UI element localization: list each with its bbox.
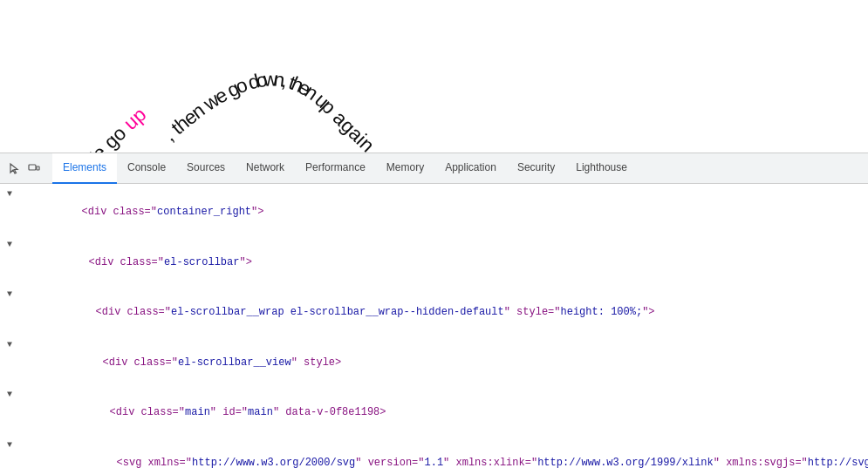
code-line: ▼ <div class="el-scrollbar"> (0, 238, 868, 288)
code-panel: ▼ <div class="container_right"> ▼ <div c… (0, 184, 868, 468)
devtools-panel: Elements Console Sources Network Perform… (0, 153, 868, 468)
svg-rect-3 (37, 166, 39, 170)
expand-icon[interactable]: ▼ (7, 388, 17, 402)
code-line: ▼ <svg xmlns="http://www.w3.org/2000/svg… (0, 438, 868, 468)
code-line: ▼ <div class="el-scrollbar__wrap el-scro… (0, 288, 868, 338)
expand-icon[interactable]: ▼ (7, 187, 17, 201)
cursor-icon[interactable] (7, 160, 23, 176)
svg-text:We go up, then we go down, the: We go up, then we go down, then up again (75, 68, 379, 153)
svg-preview: We go up, then we go down, then up again (0, 0, 868, 153)
tab-application[interactable]: Application (434, 153, 507, 184)
expand-icon[interactable]: ▼ (7, 338, 17, 352)
tab-performance[interactable]: Performance (295, 153, 376, 184)
expand-icon[interactable]: ▼ (7, 438, 17, 452)
tab-bar: Elements Console Sources Network Perform… (0, 153, 868, 184)
code-line: ▼ <div class="el-scrollbar__view" style> (0, 338, 868, 389)
tab-sources[interactable]: Sources (176, 153, 236, 184)
tab-memory[interactable]: Memory (376, 153, 434, 184)
tab-security[interactable]: Security (507, 153, 565, 184)
tab-icons (7, 160, 42, 176)
tab-lighthouse[interactable]: Lighthouse (565, 153, 638, 184)
preview-area: We go up, then we go down, then up again (0, 0, 868, 153)
svg-rect-2 (29, 165, 36, 170)
code-line: ▼ <div class="main" id="main" data-v-0f8… (0, 388, 868, 438)
tab-console[interactable]: Console (117, 153, 176, 184)
tab-network[interactable]: Network (236, 153, 295, 184)
expand-icon[interactable]: ▼ (7, 288, 17, 302)
expand-icon[interactable]: ▼ (7, 238, 17, 252)
svg-marker-1 (10, 164, 17, 173)
tab-elements[interactable]: Elements (52, 153, 117, 184)
device-toggle-icon[interactable] (26, 160, 42, 176)
code-line: ▼ <div class="container_right"> (0, 187, 868, 238)
